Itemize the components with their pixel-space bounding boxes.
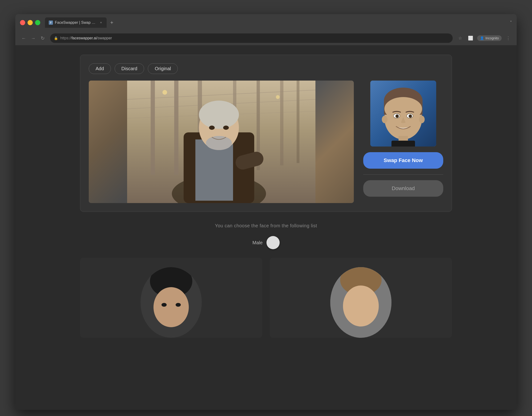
toolbar-actions: ☆ ⬜ 👤 Incognito ⋮ (456, 34, 512, 42)
face-list-section: You can choose the face from the followi… (80, 223, 452, 338)
svg-rect-8 (297, 81, 299, 163)
svg-point-18 (199, 101, 239, 129)
gender-toggle-switch[interactable] (266, 236, 280, 249)
svg-rect-35 (391, 141, 415, 146)
title-bar: F FaceSwapper | Swap photo vid × + ˅ (15, 14, 517, 31)
add-button[interactable]: Add (89, 63, 111, 74)
card-body: Swap Face Now Download (89, 81, 443, 203)
url-bar[interactable]: 🔒 https://faceswapper.ai/swapper (50, 33, 453, 43)
face-target-image (370, 81, 436, 146)
traffic-lights (20, 20, 40, 25)
svg-point-37 (419, 116, 425, 123)
svg-point-41 (162, 303, 167, 307)
face-card-1[interactable] (80, 258, 262, 338)
svg-point-36 (382, 116, 388, 123)
svg-point-21 (223, 126, 229, 130)
incognito-icon: 👤 (480, 36, 484, 40)
lock-icon: 🔒 (54, 36, 58, 40)
tab-favicon: F (49, 20, 53, 25)
svg-point-19 (206, 136, 232, 150)
face-card-image-2 (330, 267, 391, 338)
right-panel: Swap Face Now Download (363, 81, 443, 197)
maximize-button[interactable] (35, 20, 40, 25)
swap-face-button[interactable]: Swap Face Now (363, 152, 443, 169)
download-button[interactable]: Download (363, 180, 443, 197)
svg-point-32 (396, 115, 399, 118)
face-grid (80, 258, 452, 338)
svg-point-40 (153, 287, 189, 327)
url-path: /swapper (97, 36, 112, 40)
main-card: Add Discard Original (80, 55, 452, 212)
minimize-button[interactable] (28, 20, 33, 25)
tab-title: FaceSwapper | Swap photo vid (55, 20, 97, 25)
svg-point-12 (162, 90, 167, 95)
browser-window: F FaceSwapper | Swap photo vid × + ˅ ← →… (15, 14, 517, 410)
url-protocol: https:// (60, 36, 72, 40)
discard-button[interactable]: Discard (115, 63, 144, 74)
svg-point-20 (209, 126, 215, 130)
section-divider (363, 174, 443, 174)
incognito-badge: 👤 Incognito (477, 35, 502, 41)
incognito-label: Incognito (485, 36, 499, 40)
svg-rect-2 (151, 81, 155, 175)
menu-button[interactable]: ⋮ (504, 34, 512, 42)
svg-point-42 (176, 303, 181, 307)
active-tab[interactable]: F FaceSwapper | Swap photo vid × (45, 18, 107, 28)
bookmark-button[interactable]: ☆ (456, 34, 464, 42)
original-button[interactable]: Original (148, 63, 178, 74)
svg-point-33 (409, 115, 412, 118)
address-bar: ← → ↻ 🔒 https://faceswapper.ai/swapper ☆… (15, 31, 517, 45)
svg-point-45 (343, 286, 379, 327)
url-text: https://faceswapper.ai/swapper (60, 36, 449, 40)
face-card-2[interactable] (270, 258, 452, 338)
svg-point-13 (276, 95, 280, 99)
face-card-image-1 (141, 267, 202, 338)
tab-more-button[interactable]: ˅ (510, 20, 512, 25)
new-tab-button[interactable]: + (108, 18, 116, 27)
page-content: Add Discard Original (15, 45, 517, 410)
tab-close-button[interactable]: × (99, 21, 103, 25)
source-image (89, 81, 354, 203)
card-toolbar: Add Discard Original (89, 63, 443, 74)
gender-label: Male (252, 240, 263, 245)
forward-button[interactable]: → (29, 34, 37, 42)
close-button[interactable] (20, 20, 25, 25)
back-button[interactable]: ← (20, 34, 28, 42)
reload-button[interactable]: ↻ (39, 34, 46, 42)
gender-toggle: Male (80, 236, 452, 249)
url-domain: faceswapper.ai (72, 36, 97, 40)
face-list-hint: You can choose the face from the followi… (80, 223, 452, 229)
main-image-area (89, 81, 354, 203)
svg-rect-7 (280, 81, 284, 165)
tab-view-button[interactable]: ⬜ (467, 34, 474, 42)
tab-bar: F FaceSwapper | Swap photo vid × + ˅ (45, 18, 512, 28)
nav-buttons: ← → ↻ (20, 34, 46, 42)
svg-rect-3 (174, 81, 179, 175)
